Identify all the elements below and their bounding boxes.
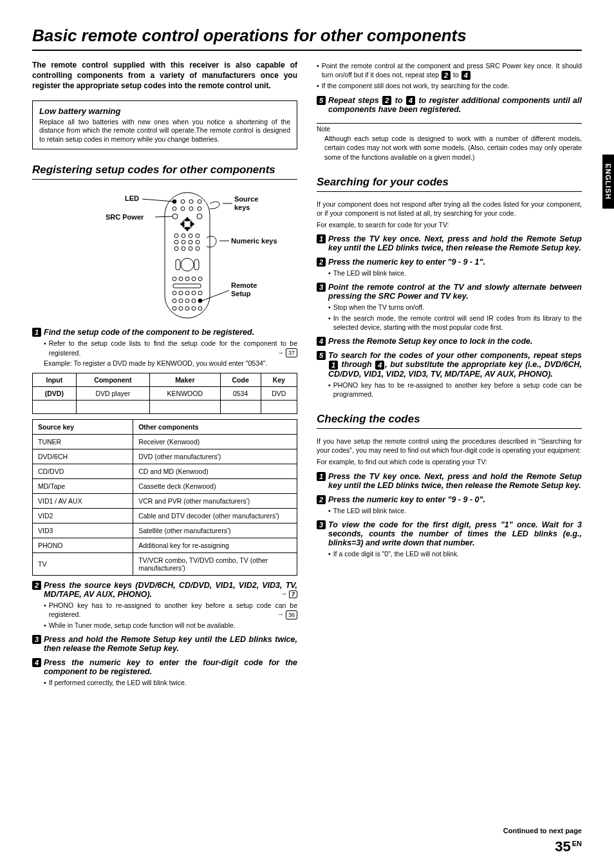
search-s3-b2: •In the search mode, the remote control …: [328, 314, 582, 332]
low-battery-box: Low battery warning Replace all two batt…: [32, 100, 297, 150]
check-step-1: 1Press the TV key once. Next, press and …: [317, 472, 582, 490]
registering-heading: Registering setup codes for other compon…: [32, 164, 297, 180]
label-src-power: SRC Power: [106, 213, 144, 221]
searching-intro2: For example, to search for code for your…: [317, 220, 582, 229]
page-footer: Continued to next page 35EN: [32, 827, 582, 855]
checking-heading: Checking the codes: [317, 413, 582, 429]
label-source-keys-2: keys: [234, 203, 250, 211]
search-s3-b1: •Stop when the TV turns on/off.: [328, 303, 582, 312]
page-title: Basic remote control operations for othe…: [32, 26, 582, 51]
reg-step-1: 1 Find the setup code of the component t…: [32, 328, 297, 337]
reg-s2-bullet2: •While in Tuner mode, setup code functio…: [44, 621, 297, 630]
check-step-3: 3To view the code for the first digit, p…: [317, 520, 582, 547]
reg-s4-bullet1: •If performed correctly, the LED will bl…: [44, 678, 297, 687]
check-s3-b1: •If a code digit is "0", the LED will no…: [328, 549, 582, 558]
search-step-4: 4Press the Remote Setup key once to lock…: [317, 337, 582, 346]
reg-s1-bullet2: Example: To register a DVD made by KENWO…: [44, 359, 297, 368]
searching-heading: Searching for your codes: [317, 176, 582, 192]
page-number: 35EN: [32, 838, 582, 855]
search-step-2: 2Press the numeric key to enter "9 - 9 -…: [317, 258, 582, 267]
checking-intro2: For example, to find out which code is o…: [317, 457, 582, 466]
step-num-icon: 5: [317, 96, 326, 105]
label-numeric: Numeric keys: [231, 237, 277, 245]
remote-diagram: LED SRC Power Source keys Numeric keys R…: [42, 187, 287, 323]
check-s2-b1: •The LED will blink twice.: [328, 506, 582, 515]
reg-s2-bullet1: •PHONO key has to re-assigned to another…: [44, 601, 297, 619]
search-s2-b1: •The LED will blink twice.: [328, 269, 582, 278]
search-step-5: 5 To search for the codes of your other …: [317, 351, 582, 379]
svg-rect-0: [165, 193, 210, 318]
svg-point-46: [198, 299, 202, 303]
searching-intro1: If your component does not respond after…: [317, 200, 582, 218]
intro-paragraph: The remote control supplied with this re…: [32, 60, 297, 91]
source-key-table: Source key Other components TUNERReceive…: [32, 419, 297, 576]
codes-table: Input Component Maker Code Key (DVD) DVD…: [32, 373, 297, 414]
reg-step-5: 5 Repeat steps 2 to 4 to register additi…: [317, 96, 582, 115]
label-source-keys-1: Source: [234, 195, 258, 203]
search-step-3: 3Point the remote control at the TV and …: [317, 283, 582, 301]
step-num-icon: 3: [32, 635, 41, 644]
step-num-icon: 2: [32, 581, 41, 590]
checking-intro1: If you have setup the remote control usi…: [317, 437, 582, 455]
step-num-icon: 4: [32, 658, 41, 667]
low-battery-heading: Low battery warning: [39, 106, 290, 116]
continued-label: Continued to next page: [32, 827, 582, 835]
reg-step-4: 4 Press the numeric key to enter the fou…: [32, 658, 297, 676]
col2-top-b2: •If the component still does not work, t…: [317, 81, 582, 90]
search-step-1: 1Press the TV key once. Next, press and …: [317, 234, 582, 252]
svg-line-52: [142, 199, 173, 202]
label-led: LED: [125, 194, 139, 202]
reg-step-2: 2 Press the source keys (DVD/6CH, CD/DVD…: [32, 581, 297, 599]
col2-top-b1: • Point the remote control at the compon…: [317, 61, 582, 80]
step-num-icon: 1: [32, 328, 41, 337]
language-tab: ENGLISH: [602, 155, 614, 209]
check-step-2: 2Press the numeric key to enter "9 - 9 -…: [317, 495, 582, 504]
label-remote-1: Remote: [231, 281, 257, 289]
reg-step-3: 3 Press and hold the Remote Setup key un…: [32, 635, 297, 653]
label-remote-2: Setup: [231, 290, 251, 297]
note-block: Note Although each setup code is designe…: [317, 123, 582, 162]
reg-s1-bullet1: • Refer to the setup code lists to find …: [44, 339, 297, 357]
search-s5-b1: •PHONO key has to be re-assigned to anot…: [328, 381, 582, 399]
low-battery-body: Replace all two batteries with new ones …: [39, 118, 290, 144]
